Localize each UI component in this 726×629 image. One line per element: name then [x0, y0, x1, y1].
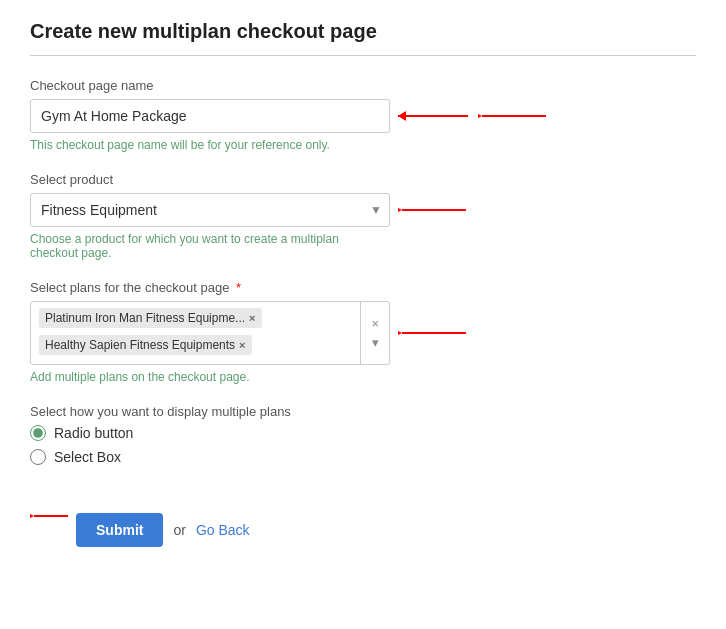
page-title: Create new multiplan checkout page — [30, 20, 696, 43]
radio-label-radio: Radio button — [54, 425, 133, 441]
checkout-name-section: Checkout page name This checkout page na… — [30, 78, 696, 152]
multiselect-controls: × ▾ — [360, 302, 389, 364]
select-product-section: Select product Fitness Equipment Other P… — [30, 172, 696, 260]
radio-option-select-box[interactable]: Select Box — [30, 449, 696, 465]
display-mode-label: Select how you want to display multiple … — [30, 404, 696, 419]
multiselect-dropdown-button[interactable]: ▾ — [368, 334, 383, 351]
or-text: or — [173, 522, 185, 538]
select-plans-section: Select plans for the checkout page * Pla… — [30, 280, 696, 384]
radio-input-radio[interactable] — [30, 425, 46, 441]
select-product-hint: Choose a product for which you want to c… — [30, 232, 390, 260]
title-divider — [30, 55, 696, 56]
go-back-link[interactable]: Go Back — [196, 522, 250, 538]
footer-row: Submit or Go Back — [76, 513, 250, 547]
select-product-label: Select product — [30, 172, 696, 187]
red-arrow-svg-2 — [398, 202, 468, 218]
radio-input-select[interactable] — [30, 449, 46, 465]
plan-tag-2: Healthy Sapien Fitness Equipments × — [39, 335, 252, 355]
checkout-name-row — [30, 99, 696, 133]
multiselect-plans-box[interactable]: Platinum Iron Man Fitness Equipme... × H… — [30, 301, 390, 365]
select-product-wrapper: Fitness Equipment Other Product ▼ — [30, 193, 390, 227]
multiselect-clear-button[interactable]: × — [367, 315, 383, 332]
checkout-name-input[interactable] — [30, 99, 390, 133]
submit-button[interactable]: Submit — [76, 513, 163, 547]
plan-tag-2-close[interactable]: × — [239, 339, 245, 351]
select-product-row: Fitness Equipment Other Product ▼ — [30, 193, 696, 227]
display-mode-section: Select how you want to display multiple … — [30, 404, 696, 465]
plan-tag-1-text: Platinum Iron Man Fitness Equipme... — [45, 311, 245, 325]
select-product-dropdown[interactable]: Fitness Equipment Other Product — [30, 193, 390, 227]
display-mode-radio-group: Radio button Select Box — [30, 425, 696, 465]
footer-row-wrapper: Submit or Go Back — [30, 485, 696, 547]
red-arrow-svg-1 — [478, 108, 548, 124]
footer-red-arrow-svg — [30, 508, 70, 524]
select-plans-label: Select plans for the checkout page * — [30, 280, 696, 295]
radio-option-radio-button[interactable]: Radio button — [30, 425, 696, 441]
arrow-annotation-1 — [398, 108, 478, 124]
select-plans-hint: Add multiple plans on the checkout page. — [30, 370, 696, 384]
select-plans-row: Platinum Iron Man Fitness Equipme... × H… — [30, 301, 696, 365]
plan-tag-1: Platinum Iron Man Fitness Equipme... × — [39, 308, 262, 328]
plan-tag-2-text: Healthy Sapien Fitness Equipments — [45, 338, 235, 352]
plan-tag-1-close[interactable]: × — [249, 312, 255, 324]
checkout-name-label: Checkout page name — [30, 78, 696, 93]
checkout-name-hint: This checkout page name will be for your… — [30, 138, 696, 152]
radio-label-select: Select Box — [54, 449, 121, 465]
required-marker: * — [232, 280, 241, 295]
red-arrow-svg-3 — [398, 325, 468, 341]
